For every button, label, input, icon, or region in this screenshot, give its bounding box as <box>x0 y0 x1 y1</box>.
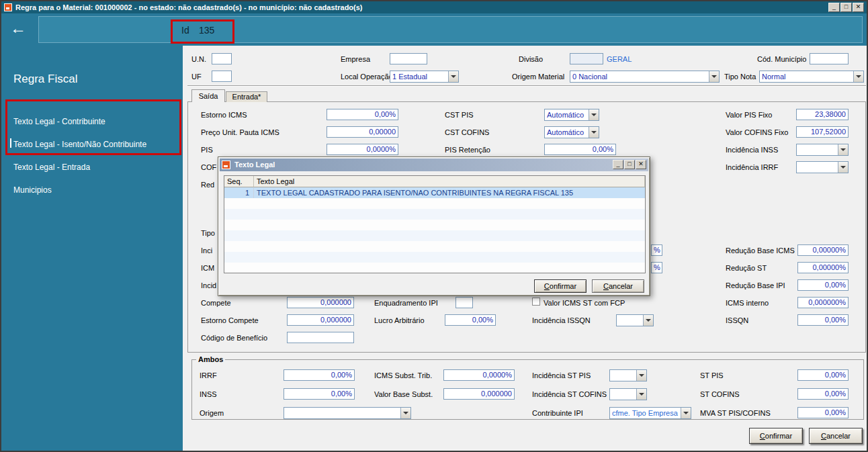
pis-retencao-input[interactable]: 0,00% <box>544 144 616 155</box>
codigo-beneficio-input[interactable] <box>287 332 354 343</box>
table-row[interactable]: 1 TEXTO LEGAL CADASTRADO PARA ISENTO/NAO… <box>224 187 645 198</box>
tipo-nota-select[interactable]: Normal <box>759 71 864 83</box>
enquadramento-ipi-label: Enquadramento IPI <box>374 299 438 308</box>
tab-saida[interactable]: Saída <box>191 89 225 102</box>
preco-pauta-label: Preço Unit. Pauta ICMS <box>201 128 279 137</box>
incidencia-st-cofins-label: Incidência ST COFINS <box>532 390 607 399</box>
preco-pauta-input[interactable]: 0,00000 <box>327 126 398 138</box>
st-cofins-label: ST COFINS <box>700 390 739 399</box>
grid-header-seq[interactable]: Seq. <box>224 176 254 187</box>
origem-material-select[interactable]: 0 Nacional <box>570 71 720 83</box>
origem-select[interactable] <box>284 407 411 419</box>
sidebar: Regra Fiscal Texto Legal - Contribuinte … <box>1 46 183 452</box>
tipo-nota-value: Normal <box>762 72 853 82</box>
cod-municipio-input[interactable] <box>810 53 849 64</box>
sidebar-item-texto-legal-entrada[interactable]: Texto Legal - Entrada <box>13 163 90 172</box>
icms-subst-input[interactable]: 0,0000% <box>443 369 515 381</box>
mva-input[interactable]: 0,00% <box>797 407 849 418</box>
chevron-down-icon <box>636 389 646 400</box>
tab-entrada[interactable]: Entrada* <box>226 91 267 102</box>
inss-input[interactable]: 0,00% <box>284 388 355 400</box>
compete-input[interactable]: 0,000000 <box>287 297 354 308</box>
back-arrow-icon[interactable]: ← <box>10 18 26 38</box>
record-id-value: 135 <box>199 25 214 36</box>
sidebar-item-texto-legal-isento[interactable]: Texto Legal - Isento/Não Contribuinte <box>13 140 146 149</box>
inss-label: INSS <box>200 390 217 399</box>
sidebar-item-texto-legal-contribuinte[interactable]: Texto Legal - Contribuinte <box>13 117 105 126</box>
contribuinte-ipi-label: Contribuinte IPI <box>532 409 583 418</box>
incidencia-st-pis-select[interactable] <box>609 369 647 381</box>
mid-input-sliver-1[interactable]: % <box>651 244 662 256</box>
sidebar-title: Regra Fiscal <box>13 73 77 86</box>
window-titlebar: Regra para o Material: 001000002 - no es… <box>1 1 867 13</box>
st-pis-input[interactable]: 0,00% <box>797 369 849 381</box>
dialog-minimize-button[interactable]: _ <box>613 160 623 169</box>
header-panel: Id 135 <box>38 16 863 43</box>
valor-pis-fixo-input[interactable]: 23,38000 <box>796 109 849 120</box>
dialog-titlebar[interactable]: Texto Legal _ □ ✕ <box>220 159 648 171</box>
icms-subst-label: ICMS Subst. Trib. <box>374 371 432 380</box>
lucro-arbitrario-label: Lucro Arbitrário <box>374 316 425 325</box>
confirmar-button[interactable]: Confirmar <box>749 428 803 444</box>
lucro-arbitrario-input[interactable]: 0,00% <box>445 314 496 326</box>
reducao-base-ipi-label: Redução Base IPI <box>726 281 785 290</box>
estorno-icms-input[interactable]: 0,00% <box>327 109 398 120</box>
estorno-compete-label: Estorno Compete <box>201 316 259 325</box>
record-id-label: Id <box>181 25 189 36</box>
issqn-input[interactable]: 0,00% <box>797 314 849 326</box>
incidencia-irrf-select[interactable] <box>796 161 849 173</box>
dialog-maximize-button[interactable]: □ <box>624 160 635 169</box>
dialog-close-button[interactable]: ✕ <box>636 160 646 169</box>
pis-input[interactable]: 0,0000% <box>327 144 398 155</box>
fcp-checkbox-label: Valor ICMS ST com FCP <box>544 299 625 308</box>
chevron-down-icon <box>709 71 719 82</box>
chevron-down-icon <box>838 144 848 155</box>
window-close-button[interactable]: ✕ <box>853 3 864 12</box>
reducao-st-input[interactable]: 0,00000% <box>797 262 849 273</box>
header-band: ← Id 135 <box>1 13 867 46</box>
cofins-label-fragment: COF <box>201 163 216 172</box>
pis-label: PIS <box>201 146 213 154</box>
divisao-input[interactable] <box>570 53 603 64</box>
contribuinte-ipi-select[interactable]: cfme. Tipo Empresa <box>609 407 691 419</box>
window-title: Regra para o Material: 001000002 - no es… <box>15 3 363 11</box>
st-cofins-input[interactable]: 0,00% <box>797 388 849 400</box>
chevron-down-icon <box>589 127 599 138</box>
icms-interno-input[interactable]: 0,000000% <box>797 297 849 308</box>
fcp-checkbox[interactable] <box>532 298 540 306</box>
un-input[interactable] <box>212 53 232 64</box>
enquadramento-ipi-input[interactable] <box>455 297 473 308</box>
empresa-input[interactable] <box>390 53 427 64</box>
cst-cofins-value: Automático <box>547 128 588 138</box>
dialog-cancelar-button[interactable]: Cancelar <box>592 279 644 293</box>
reducao-base-icms-input[interactable]: 0,00000% <box>797 244 849 256</box>
empresa-label: Empresa <box>341 55 370 64</box>
incidencia-inss-select[interactable] <box>796 144 849 156</box>
mid-input-sliver-2[interactable]: % <box>651 262 662 273</box>
local-operacao-select[interactable]: 1 Estadual <box>390 71 459 83</box>
cst-pis-label: CST PIS <box>445 111 474 120</box>
valor-cofins-fixo-input[interactable]: 107,52000 <box>796 126 849 138</box>
cancelar-button[interactable]: Cancelar <box>809 428 863 444</box>
icms-interno-label: ICMS interno <box>726 299 769 308</box>
cst-cofins-select[interactable]: Automático <box>544 126 599 138</box>
chevron-down-icon <box>400 408 410 418</box>
irrf-input[interactable]: 0,00% <box>284 369 355 381</box>
valor-base-subst-input[interactable]: 0,000000 <box>443 388 515 400</box>
estorno-compete-input[interactable]: 0,000000 <box>287 314 354 326</box>
window-minimize-button[interactable]: _ <box>828 3 840 12</box>
incidencia-issqn-select[interactable] <box>616 314 654 326</box>
incidencia-st-cofins-select[interactable] <box>609 388 647 400</box>
cst-pis-select[interactable]: Automático <box>544 109 599 121</box>
chevron-down-icon <box>636 370 646 381</box>
window-maximize-button[interactable]: □ <box>840 3 852 12</box>
reducao-base-ipi-input[interactable]: 0,00% <box>797 279 849 291</box>
sidebar-item-municipios[interactable]: Municipios <box>13 185 52 195</box>
chevron-down-icon <box>448 71 458 82</box>
compete-label: Compete <box>201 299 231 308</box>
reducao-base-icms-label: Redução Base ICMS <box>726 246 795 255</box>
divisao-label: Divisão <box>519 55 543 64</box>
uf-input[interactable] <box>212 71 232 82</box>
grid-header-texto[interactable]: Texto Legal <box>254 176 645 187</box>
dialog-confirmar-button[interactable]: Confirmar <box>534 279 587 293</box>
